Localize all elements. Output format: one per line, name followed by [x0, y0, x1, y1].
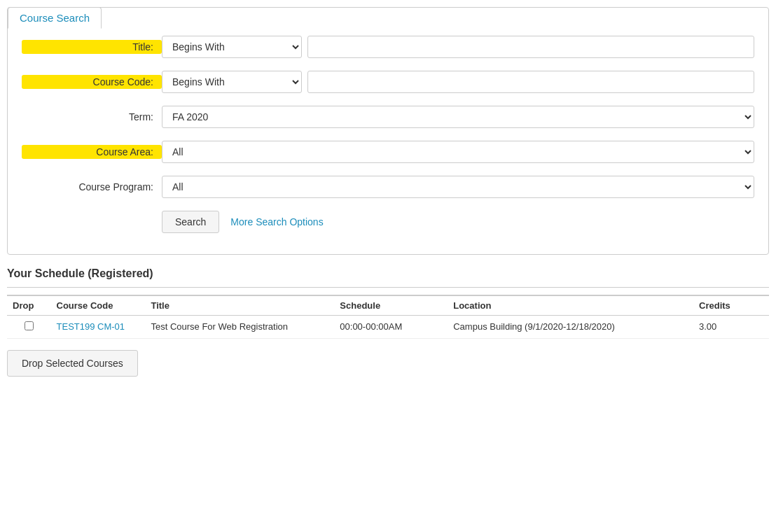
term-label: Term:: [22, 111, 162, 122]
course-area-select[interactable]: All Sciences Arts Humanities: [162, 141, 754, 163]
title-controls: Begins With Contains Equals: [162, 36, 754, 58]
course-title-cell: Test Course For Web Registration: [145, 316, 334, 339]
more-search-options-link[interactable]: More Search Options: [230, 216, 323, 227]
course-area-row: Course Area: All Sciences Arts Humanitie…: [22, 141, 754, 163]
course-schedule-cell: 00:00-00:00AM: [334, 316, 448, 339]
drop-selected-button[interactable]: Drop Selected Courses: [7, 350, 138, 377]
col-header-credits: Credits: [693, 295, 769, 316]
drop-checkbox[interactable]: [25, 321, 34, 330]
schedule-section: Your Schedule (Registered) Drop Course C…: [7, 267, 769, 377]
course-code-cell: TEST199 CM-01: [51, 316, 146, 339]
course-program-select[interactable]: All Undergraduate Graduate: [162, 176, 754, 198]
course-area-label: Course Area:: [22, 145, 162, 159]
course-code-operator-select[interactable]: Begins With Contains Equals: [162, 71, 302, 93]
col-header-drop: Drop: [7, 295, 51, 316]
course-credits-cell: 3.00: [693, 316, 769, 339]
term-row: Term: FA 2020 SP 2021 SU 2021: [22, 106, 754, 128]
tab-label: Course Search: [20, 12, 90, 24]
drop-checkbox-cell: [7, 316, 51, 339]
search-button[interactable]: Search: [162, 211, 219, 233]
col-header-course-code: Course Code: [51, 295, 146, 316]
course-code-controls: Begins With Contains Equals: [162, 71, 754, 93]
term-select[interactable]: FA 2020 SP 2021 SU 2021: [162, 106, 754, 128]
course-search-panel: Course Search Title: Begins With Contain…: [7, 7, 769, 255]
title-label: Title:: [22, 40, 162, 54]
col-header-location: Location: [448, 295, 693, 316]
search-buttons-row: Search More Search Options: [22, 211, 754, 233]
course-program-label: Course Program:: [22, 181, 162, 192]
schedule-divider: [7, 287, 769, 288]
col-header-schedule: Schedule: [334, 295, 448, 316]
course-code-label: Course Code:: [22, 75, 162, 89]
table-row: TEST199 CM-01 Test Course For Web Regist…: [7, 316, 769, 339]
term-controls: FA 2020 SP 2021 SU 2021: [162, 106, 754, 128]
title-text-input[interactable]: [307, 36, 754, 58]
table-header-row: Drop Course Code Title Schedule Location…: [7, 295, 769, 316]
col-header-title: Title: [145, 295, 334, 316]
course-code-link[interactable]: TEST199 CM-01: [57, 321, 125, 332]
course-program-row: Course Program: All Undergraduate Gradua…: [22, 176, 754, 198]
course-code-text-input[interactable]: [307, 71, 754, 93]
course-code-row: Course Code: Begins With Contains Equals: [22, 71, 754, 93]
course-search-tab[interactable]: Course Search: [8, 7, 102, 29]
schedule-table: Drop Course Code Title Schedule Location…: [7, 295, 769, 339]
course-search-form: Title: Begins With Contains Equals Cours…: [8, 8, 768, 254]
course-program-controls: All Undergraduate Graduate: [162, 176, 754, 198]
course-location-cell: Campus Building (9/1/2020-12/18/2020): [448, 316, 693, 339]
title-row: Title: Begins With Contains Equals: [22, 36, 754, 58]
schedule-title: Your Schedule (Registered): [7, 267, 769, 280]
course-area-controls: All Sciences Arts Humanities: [162, 141, 754, 163]
title-operator-select[interactable]: Begins With Contains Equals: [162, 36, 302, 58]
